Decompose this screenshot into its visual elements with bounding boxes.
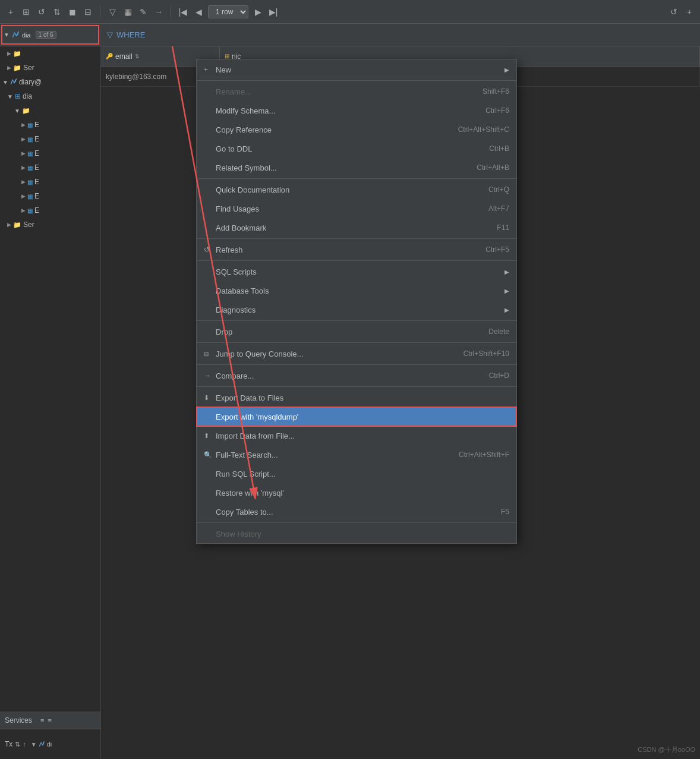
menu-item-sql-scripts[interactable]: SQL Scripts ▶ bbox=[197, 262, 516, 281]
minus-icon[interactable]: ⊟ bbox=[82, 6, 94, 18]
main-toolbar: + ⊞ ↺ ⇅ ◼ ⊟ ▽ ▦ ✎ → |◀ ◀ 1 row ▶ ▶| ↺ + bbox=[0, 0, 700, 24]
tree-table-5[interactable]: ▶ ▦ E bbox=[0, 175, 100, 189]
menu-shortcut: F11 bbox=[497, 223, 509, 232]
conn-icon: 🗲 bbox=[10, 78, 17, 86]
sort-icon[interactable]: ⇅ bbox=[51, 6, 63, 18]
menu-shortcut: Ctrl+Shift+F10 bbox=[463, 349, 509, 358]
menu-item-related-symbol[interactable]: Related Symbol... Ctrl+Alt+B bbox=[197, 158, 516, 177]
menu-item-quick-doc[interactable]: Quick Documentation Ctrl+Q bbox=[197, 180, 516, 199]
chevron-icon: ▶ bbox=[7, 65, 11, 71]
add-icon[interactable]: + bbox=[5, 6, 17, 18]
menu-label: SQL Scripts bbox=[216, 267, 500, 276]
table-icon: ▦ bbox=[27, 136, 33, 143]
next-icon[interactable]: ▶ bbox=[252, 6, 264, 18]
tree-item-ser1[interactable]: ▶ 📁 Ser bbox=[0, 61, 100, 75]
menu-item-import-data[interactable]: ⬆ Import Data from File... bbox=[197, 426, 516, 445]
last-icon[interactable]: ▶| bbox=[267, 6, 279, 18]
new-icon: + bbox=[204, 65, 216, 74]
menu-item-copy-tables[interactable]: Copy Tables to... F5 bbox=[197, 502, 516, 521]
menu-separator bbox=[197, 386, 516, 387]
menu-shortcut: Ctrl+Alt+B bbox=[477, 163, 509, 172]
services-icons: ≡ ≡ bbox=[40, 717, 52, 724]
menu-item-new[interactable]: + New ▶ bbox=[197, 60, 516, 79]
reload-icon[interactable]: ↺ bbox=[668, 6, 680, 18]
compare-icon: → bbox=[204, 371, 216, 380]
filter-funnel-icon: ▽ bbox=[107, 30, 113, 39]
tree-table-6[interactable]: ▶ ▦ E bbox=[0, 189, 100, 203]
menu-item-export-data[interactable]: ⬇ Export Data to Files bbox=[197, 388, 516, 407]
menu-shortcut: Delete bbox=[488, 327, 509, 336]
panel-header: ▽ WHERE bbox=[101, 24, 700, 46]
toolbar-add-icon[interactable]: + bbox=[683, 6, 695, 18]
menu-separator bbox=[197, 178, 516, 179]
db-header[interactable]: ▼ 🗲 dia 1 of 6 bbox=[0, 24, 100, 46]
menu-item-restore-mysql[interactable]: Restore with 'mysql' bbox=[197, 483, 516, 502]
chevron-icon: ▶ bbox=[7, 51, 11, 56]
arrow-right-icon[interactable]: → bbox=[153, 6, 165, 18]
prev-icon[interactable]: ◀ bbox=[193, 6, 204, 18]
tree-table-4[interactable]: ▶ ▦ E bbox=[0, 160, 100, 175]
row-selector[interactable]: 1 row bbox=[208, 5, 248, 18]
table-icon[interactable]: ▦ bbox=[122, 6, 134, 18]
menu-item-drop[interactable]: Drop Delete bbox=[197, 322, 516, 341]
tree-conn-diary[interactable]: ▼ 🗲 diary@ bbox=[0, 75, 100, 89]
export-icon: ⬇ bbox=[204, 394, 216, 402]
first-icon[interactable]: |◀ bbox=[177, 6, 189, 18]
menu-item-compare[interactable]: → Compare... Ctrl+D bbox=[197, 366, 516, 385]
connection-name: dia bbox=[22, 32, 31, 39]
menu-item-fulltext-search[interactable]: 🔍 Full-Text Search... Ctrl+Alt+Shift+F bbox=[197, 445, 516, 464]
menu-label: Run SQL Script... bbox=[216, 470, 509, 478]
sort-arrow-icon: ⇅ bbox=[135, 53, 140, 59]
menu-item-jump-query[interactable]: ⊟ Jump to Query Console... Ctrl+Shift+F1… bbox=[197, 344, 516, 363]
chevron-icon: ▶ bbox=[21, 179, 26, 185]
edit-icon[interactable]: ✎ bbox=[137, 6, 149, 18]
filter-icon[interactable]: ▽ bbox=[106, 6, 118, 18]
tree-item-dia[interactable]: ▼ ⊞ dia bbox=[0, 89, 100, 103]
tree-label: diary@ bbox=[19, 78, 42, 86]
submenu-arrow-icon: ▶ bbox=[504, 67, 509, 73]
menu-item-refresh[interactable]: ↺ Refresh Ctrl+F5 bbox=[197, 240, 516, 259]
menu-item-copy-reference[interactable]: Copy Reference Ctrl+Alt+Shift+C bbox=[197, 120, 516, 139]
tree-table-2[interactable]: ▶ ▦ E bbox=[0, 132, 100, 146]
menu-item-modify-schema[interactable]: Modify Schema... Ctrl+F6 bbox=[197, 101, 516, 120]
table-icon: ▦ bbox=[27, 165, 33, 171]
menu-item-add-bookmark[interactable]: Add Bookmark F11 bbox=[197, 218, 516, 237]
menu-item-diagnostics[interactable]: Diagnostics ▶ bbox=[197, 300, 516, 319]
svc-icon-1: ≡ bbox=[40, 717, 44, 724]
right-panel: ▽ WHERE 🔑 email ⇅ ⊞ nic kylebing@163.com… bbox=[101, 24, 700, 759]
menu-item-export-mysqldump[interactable]: Export with 'mysqldump' bbox=[197, 407, 516, 426]
tree-ser-2[interactable]: ▶ 📁 Ser bbox=[0, 218, 100, 232]
menu-item-db-tools[interactable]: Database Tools ▶ bbox=[197, 281, 516, 300]
refresh-icon[interactable]: ↺ bbox=[36, 6, 48, 18]
expand-icon: ▼ bbox=[31, 741, 37, 748]
menu-label: Export with 'mysqldump' bbox=[216, 412, 509, 421]
chevron-icon: ▶ bbox=[21, 150, 26, 156]
menu-label: Refresh bbox=[216, 245, 474, 254]
menu-label: New bbox=[216, 65, 500, 74]
menu-item-go-ddl[interactable]: Go to DDL Ctrl+B bbox=[197, 139, 516, 158]
tree-label: E bbox=[34, 163, 39, 172]
tree-table-3[interactable]: ▶ ▦ E bbox=[0, 146, 100, 160]
tree-label: E bbox=[34, 135, 39, 143]
menu-shortcut: Ctrl+D bbox=[489, 371, 509, 380]
menu-separator bbox=[197, 260, 516, 261]
menu-label: Show History bbox=[216, 530, 509, 538]
chevron-icon: ▶ bbox=[21, 122, 26, 128]
menu-separator bbox=[197, 238, 516, 239]
tree-table-1[interactable]: ▶ ▦ E bbox=[0, 118, 100, 132]
chevron-icon: ▶ bbox=[21, 193, 26, 199]
key-icon: 🔑 bbox=[106, 53, 113, 59]
menu-item-show-history: Show History bbox=[197, 524, 516, 543]
menu-item-find-usages[interactable]: Find Usages Alt+F7 bbox=[197, 199, 516, 218]
stop-icon[interactable]: ◼ bbox=[67, 6, 78, 18]
menu-shortcut: Shift+F6 bbox=[483, 87, 509, 96]
watermark: CSDN @十月ooOO bbox=[638, 745, 695, 754]
tree-folder-dia[interactable]: ▼ 📁 bbox=[0, 103, 100, 118]
menu-label: Find Usages bbox=[216, 204, 477, 213]
tree-item-folder1[interactable]: ▶ 📁 bbox=[0, 46, 100, 61]
menu-item-run-sql[interactable]: Run SQL Script... bbox=[197, 464, 516, 483]
db-badge: 1 of 6 bbox=[36, 31, 56, 39]
tree-table-7[interactable]: ▶ ▦ E bbox=[0, 203, 100, 218]
grid-icon[interactable]: ⊞ bbox=[20, 6, 32, 18]
svc-sort-icon: ⇅ bbox=[15, 741, 20, 748]
